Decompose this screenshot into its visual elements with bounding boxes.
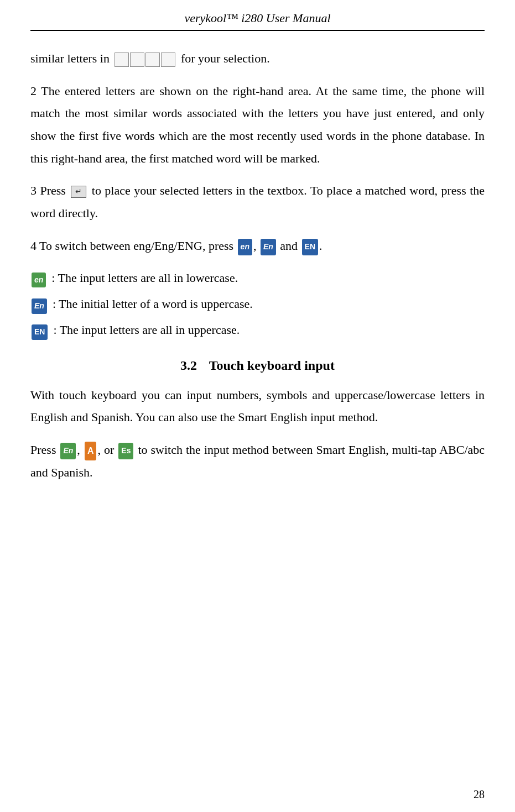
body-text-1: With touch keyboard you can input number… bbox=[30, 388, 485, 425]
item-2-paragraph: 2 The entered letters are shown on the r… bbox=[30, 80, 485, 170]
item-4-paragraph: 4 To switch between eng/Eng/ENG, press e… bbox=[30, 235, 485, 258]
item-4-comma1: , bbox=[253, 239, 257, 253]
a-orange-icon: A bbox=[85, 442, 97, 460]
bullet-3-text: : The input letters are all in uppercase… bbox=[53, 319, 240, 340]
bullet-item-2: En : The initial letter of a word is upp… bbox=[30, 294, 485, 315]
page-container: verykool™ i280 User Manual similar lette… bbox=[0, 0, 515, 812]
item-4-and: and bbox=[280, 239, 300, 253]
press-comma-1: , bbox=[77, 443, 80, 457]
section-number: 3.2 bbox=[180, 358, 197, 373]
en-upper-icon-2: EN bbox=[32, 324, 48, 340]
en-green-icon-2: En bbox=[60, 443, 76, 459]
en-title-icon-2: En bbox=[32, 298, 47, 314]
press-label: Press bbox=[30, 443, 56, 457]
en-lower-icon: en bbox=[238, 239, 252, 255]
intro-text: similar letters in bbox=[30, 51, 110, 65]
press-paragraph: Press En, A, or Es to switch the input m… bbox=[30, 439, 485, 484]
body-paragraph-1: With touch keyboard you can input number… bbox=[30, 384, 485, 429]
section-title: Touch keyboard input bbox=[209, 358, 335, 373]
page-header: verykool™ i280 User Manual bbox=[30, 11, 485, 31]
bullet-item-1: en : The input letters are all in lowerc… bbox=[30, 268, 485, 289]
letter-box-3 bbox=[145, 53, 160, 67]
letter-box-4 bbox=[161, 53, 175, 67]
en-green-icon: en bbox=[32, 273, 46, 288]
bullet-icon-3: EN bbox=[30, 321, 49, 341]
bullet-icon-1: en bbox=[30, 269, 47, 289]
en-upper-icon: EN bbox=[302, 239, 318, 255]
bullet-2-text: : The initial letter of a word is upperc… bbox=[53, 294, 253, 314]
intro-paragraph: similar letters in for your selection. bbox=[30, 48, 485, 70]
enter-icon bbox=[71, 186, 86, 198]
intro-suffix: for your selection. bbox=[181, 51, 270, 65]
item-3-prefix: 3 Press bbox=[30, 184, 66, 197]
press-or: , or bbox=[97, 443, 114, 457]
item-3-paragraph: 3 Press to place your selected letters i… bbox=[30, 180, 485, 224]
en-title-icon: En bbox=[261, 239, 276, 255]
item-4-prefix: 4 To switch between eng/Eng/ENG, press bbox=[30, 239, 233, 253]
bullet-icon-2: En bbox=[30, 295, 48, 315]
page-number: 28 bbox=[474, 788, 485, 801]
bullet-item-3: EN : The input letters are all in upperc… bbox=[30, 319, 485, 341]
letter-boxes bbox=[115, 53, 175, 67]
item-4-period: . bbox=[319, 239, 322, 253]
es-green-icon: Es bbox=[118, 443, 133, 459]
letter-box-2 bbox=[130, 53, 144, 67]
letter-box-1 bbox=[115, 53, 129, 67]
bullet-1-text: : The input letters are all in lowercase… bbox=[51, 268, 238, 288]
item-2-text: 2 The entered letters are shown on the r… bbox=[30, 84, 485, 165]
section-heading: 3.2 Touch keyboard input bbox=[30, 358, 485, 373]
header-title: verykool™ i280 User Manual bbox=[184, 11, 330, 25]
item-3-suffix: to place your selected letters in the te… bbox=[30, 184, 485, 220]
